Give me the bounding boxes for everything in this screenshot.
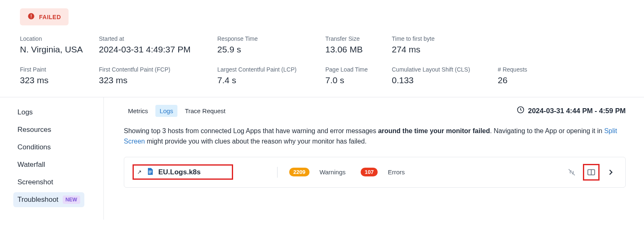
sidebar-item-waterfall[interactable]: Waterfall [13, 157, 49, 172]
tab-metrics[interactable]: Metrics [124, 105, 152, 117]
metric-value: 274 ms [392, 45, 498, 55]
chevron-right-icon[interactable] [605, 166, 617, 178]
metric-label: Transfer Size [325, 35, 392, 42]
sidebar-item-screenshot[interactable]: Screenshot [13, 175, 57, 190]
metric-value: 323 ms [20, 75, 99, 85]
new-badge: NEW [63, 196, 80, 204]
warnings-label: Warnings [320, 169, 346, 176]
metric-label: Largest Contentful Paint (LCP) [217, 66, 325, 73]
sidebar-item-troubleshoot[interactable]: Troubleshoot NEW [13, 192, 84, 207]
logs-description: Showing top 3 hosts from connected Log A… [124, 126, 626, 147]
metric-label: First Paint [20, 66, 99, 73]
sidebar-item-label: Logs [17, 108, 33, 116]
metric-location: Location N. Virginia, USA [20, 35, 99, 55]
errors-label: Errors [388, 169, 405, 176]
metric-label: Page Load Time [325, 66, 392, 73]
metric-label: Time to first byte [392, 35, 498, 42]
metric-started-at: Started at 2024-03-31 4:49:37 PM [99, 35, 217, 55]
sidebar-item-label: Resources [17, 126, 51, 134]
sidebar-item-logs[interactable]: Logs [13, 105, 37, 120]
errors-count-pill: 107 [361, 168, 378, 176]
external-link-icon: ↗ [137, 169, 142, 175]
clock-icon [516, 106, 525, 116]
metric-value: 7.4 s [217, 75, 325, 85]
split-screen-icon[interactable] [585, 166, 597, 178]
metric-transfer-size: Transfer Size 13.06 MB [325, 35, 392, 55]
metric-label: Cumulative Layout Shift (CLS) [392, 66, 498, 73]
metric-value: 25.9 s [217, 45, 325, 55]
svg-rect-5 [149, 172, 152, 172]
sidebar-item-label: Conditions [17, 143, 51, 151]
status-badge: FAILED [20, 8, 69, 25]
time-range-text: 2024-03-31 4:44 PM - 4:59 PM [528, 107, 626, 115]
metric-cls: Cumulative Layout Shift (CLS) 0.133 [392, 66, 498, 85]
log-source-link[interactable]: ↗ EU.Logs.k8s [133, 164, 233, 180]
svg-rect-4 [149, 171, 152, 171]
metric-label: # Requests [498, 66, 560, 73]
svg-rect-2 [31, 17, 32, 18]
metric-label: Started at [99, 35, 217, 42]
metric-label: First Contentful Paint (FCP) [99, 66, 217, 73]
error-icon [27, 12, 35, 21]
metric-value: 0.133 [392, 75, 498, 85]
main-panel: Metrics Logs Trace Request 2024-03-31 4:… [104, 97, 644, 220]
log-card: ↗ EU.Logs.k8s 2209 Warnings 107 Errors [124, 157, 626, 188]
metric-ttfb: Time to first byte 274 ms [392, 35, 498, 55]
metric-lcp: Largest Contentful Paint (LCP) 7.4 s [217, 66, 325, 85]
sidebar-item-label: Screenshot [17, 178, 53, 186]
metric-page-load-time: Page Load Time 7.0 s [325, 66, 392, 85]
status-text: FAILED [39, 14, 61, 20]
sidebar-item-label: Waterfall [17, 161, 45, 169]
svg-rect-1 [31, 15, 32, 17]
divider [277, 167, 278, 178]
document-icon [146, 167, 154, 177]
metrics-grid: Location N. Virginia, USA Started at 202… [20, 35, 624, 85]
tabs: Metrics Logs Trace Request [124, 105, 230, 117]
metric-value: 7.0 s [325, 75, 392, 85]
warnings-count-pill: 2209 [289, 168, 310, 176]
tab-logs[interactable]: Logs [155, 105, 177, 117]
time-range: 2024-03-31 4:44 PM - 4:59 PM [516, 106, 626, 116]
svg-rect-6 [149, 173, 151, 173]
metric-label: Location [20, 35, 99, 42]
metric-first-paint: First Paint 323 ms [20, 66, 99, 85]
metric-value: 2024-03-31 4:49:37 PM [99, 45, 217, 55]
sidebar-item-resources[interactable]: Resources [13, 122, 55, 137]
metric-value: 323 ms [99, 75, 217, 85]
metric-requests: # Requests 26 [498, 66, 560, 85]
log-source-name: EU.Logs.k8s [158, 168, 201, 176]
tab-label: Metrics [128, 107, 148, 114]
unlink-icon[interactable] [565, 166, 578, 178]
metric-fcp: First Contentful Paint (FCP) 323 ms [99, 66, 217, 85]
tab-label: Trace Request [185, 107, 226, 114]
metric-label: Response Time [217, 35, 325, 42]
sidebar-item-conditions[interactable]: Conditions [13, 140, 55, 155]
metric-response-time: Response Time 25.9 s [217, 35, 325, 55]
tab-trace-request[interactable]: Trace Request [181, 105, 230, 117]
sidebar: Logs Resources Conditions Waterfall Scre… [0, 97, 104, 220]
metric-value: 13.06 MB [325, 45, 392, 55]
metric-value: N. Virginia, USA [20, 45, 99, 55]
tab-label: Logs [160, 107, 173, 114]
sidebar-item-label: Troubleshoot [17, 196, 59, 204]
metric-value: 26 [498, 75, 560, 85]
